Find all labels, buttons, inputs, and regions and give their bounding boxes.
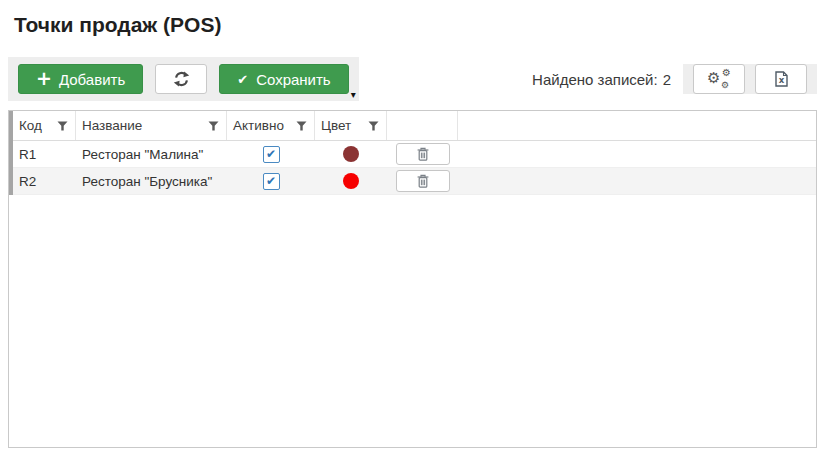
filter-icon[interactable] xyxy=(208,121,219,131)
refresh-icon xyxy=(173,71,190,87)
records-found-text: Найдено записей: 2 xyxy=(532,71,671,88)
records-found-count: 2 xyxy=(663,71,671,88)
add-button-label: Добавить xyxy=(59,71,125,88)
cell-name: Ресторан "Малина" xyxy=(76,141,227,167)
active-checkbox[interactable] xyxy=(263,146,280,163)
active-checkbox[interactable] xyxy=(263,173,280,190)
records-found-label: Найдено записей: xyxy=(532,71,658,88)
pos-page: Точки продаж (POS) + Добавить ✔ Сохранит… xyxy=(0,11,825,448)
cell-filler xyxy=(458,141,816,167)
cell-actions xyxy=(387,168,458,194)
cell-actions xyxy=(387,141,458,167)
cell-color xyxy=(315,168,387,194)
check-icon: ✔ xyxy=(237,73,248,86)
toolbar: + Добавить ✔ Сохранить ▾ Найдено записей… xyxy=(8,57,817,101)
row-gutter xyxy=(9,111,13,195)
filter-icon[interactable] xyxy=(57,121,68,131)
column-header-active[interactable]: Активно xyxy=(227,111,315,140)
excel-export-button[interactable]: x xyxy=(755,64,807,94)
caret-down-icon[interactable]: ▾ xyxy=(351,90,356,100)
cell-name: Ресторан "Брусника" xyxy=(76,168,227,194)
delete-button[interactable] xyxy=(396,143,450,165)
column-header-actions xyxy=(387,111,458,140)
plus-icon: + xyxy=(36,69,52,88)
column-header-filler xyxy=(458,111,816,140)
color-swatch[interactable] xyxy=(343,146,359,162)
toolbar-right: Найдено записей: 2 ⚙ ⚙ ⚙ x xyxy=(532,57,817,101)
delete-button[interactable] xyxy=(396,170,450,192)
table-row[interactable]: R2 Ресторан "Брусника" xyxy=(9,168,816,195)
toolbar-right-panel: ⚙ ⚙ ⚙ x xyxy=(683,64,817,94)
toolbar-left-panel: + Добавить ✔ Сохранить ▾ xyxy=(8,57,359,101)
save-button[interactable]: ✔ Сохранить xyxy=(219,64,348,94)
save-button-label: Сохранить xyxy=(256,71,331,88)
cell-code: R2 xyxy=(13,168,76,194)
column-header-name[interactable]: Название xyxy=(76,111,227,140)
settings-button[interactable]: ⚙ ⚙ ⚙ xyxy=(693,64,745,94)
trash-icon xyxy=(417,174,429,188)
column-header-code[interactable]: Код xyxy=(13,111,76,140)
color-swatch[interactable] xyxy=(343,173,359,189)
page-title: Точки продаж (POS) xyxy=(14,11,811,38)
cell-filler xyxy=(458,168,816,194)
cell-color xyxy=(315,141,387,167)
refresh-button[interactable] xyxy=(155,64,207,94)
table-row[interactable]: R1 Ресторан "Малина" xyxy=(9,141,816,168)
filter-icon[interactable] xyxy=(296,121,307,131)
pos-table: Код Название Активно Цвет R1 Ресторан "М… xyxy=(8,110,817,448)
cell-active xyxy=(227,141,315,167)
excel-file-icon: x xyxy=(775,71,788,87)
filter-icon[interactable] xyxy=(368,121,379,131)
column-header-color[interactable]: Цвет xyxy=(315,111,387,140)
gears-icon: ⚙ ⚙ ⚙ xyxy=(707,69,731,89)
svg-text:x: x xyxy=(778,75,784,85)
table-header: Код Название Активно Цвет xyxy=(9,111,816,141)
cell-active xyxy=(227,168,315,194)
cell-code: R1 xyxy=(13,141,76,167)
add-button[interactable]: + Добавить xyxy=(18,64,143,94)
trash-icon xyxy=(417,147,429,161)
